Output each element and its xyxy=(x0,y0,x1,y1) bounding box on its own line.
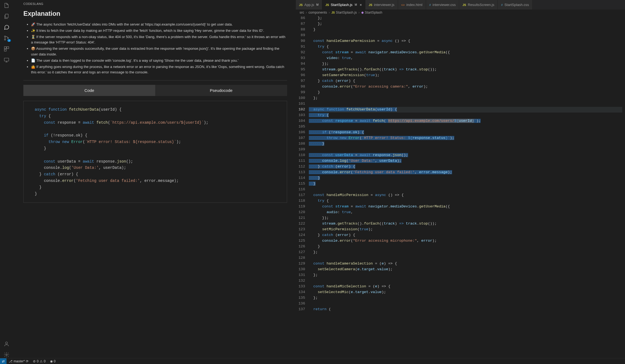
file-type-icon: JS xyxy=(325,3,329,7)
code-line[interactable]: ····} catch (error) { xyxy=(309,164,622,170)
code-line[interactable]: stream.getTracks().forEach((track) => tr… xyxy=(309,67,622,73)
breadcrumb-item[interactable]: components xyxy=(309,11,327,14)
code-line[interactable]: const stream = await navigator.mediaDevi… xyxy=(309,204,622,210)
branch-status[interactable]: ⎇ master* ⟳ xyxy=(7,358,31,364)
sync-icon[interactable]: ⟳ xyxy=(26,359,29,363)
editor-tab[interactable]: #StartSplash.css xyxy=(498,0,532,10)
code-line[interactable]: setSelectedMic(e.target.value); xyxy=(309,290,622,295)
code-line[interactable]: try { xyxy=(309,198,622,204)
code-line[interactable]: ······} xyxy=(309,141,622,147)
file-type-icon: JS xyxy=(462,3,466,7)
code-line[interactable]: } catch (error) { xyxy=(309,78,622,84)
code-line[interactable]: console.error("Error accessing microphon… xyxy=(309,238,622,244)
code-line[interactable]: }; xyxy=(309,95,622,101)
code-line[interactable] xyxy=(309,147,622,153)
account-icon[interactable] xyxy=(3,341,10,347)
explanation-item: ⏳ If the server responds with a non-okay… xyxy=(31,34,287,46)
tab-label: StartSplash.css xyxy=(504,3,529,7)
code-line[interactable]: audio: true, xyxy=(309,210,622,215)
code-line[interactable]: }); xyxy=(309,215,622,221)
ports-status[interactable]: ◉0 xyxy=(48,358,58,364)
code-line[interactable]: const handleCameraPermission = async () … xyxy=(309,38,622,44)
code-box: async function fetchUserData(userId) { t… xyxy=(23,101,287,203)
svg-rect-4 xyxy=(4,47,6,49)
symbol-icon: ⬢ xyxy=(361,11,364,14)
close-icon[interactable]: × xyxy=(360,3,362,7)
code-line[interactable] xyxy=(309,301,622,307)
chat-icon[interactable] xyxy=(3,24,10,30)
tabs-row: JSApp.jsMJSStartSplash.jsM×JSinterviewer… xyxy=(296,0,625,10)
code-line[interactable]: ··} xyxy=(309,181,622,187)
code-line[interactable]: ······console.log('User Data:', userData… xyxy=(309,158,622,164)
code-line[interactable]: console.error("Error accessing camera:",… xyxy=(309,84,622,90)
code-line[interactable]: const handleCameraSelection = (e) => { xyxy=(309,261,622,267)
remote-indicator[interactable]: ⇄ xyxy=(0,358,7,364)
line-gutter: 8687888990919293949596979899100101102103… xyxy=(296,15,309,358)
code-line[interactable]: setSelectedCamera(e.target.value); xyxy=(309,267,622,272)
code-line[interactable]: }; xyxy=(309,250,622,255)
explorer-duplicate-icon[interactable] xyxy=(3,13,10,20)
code-line[interactable]: return ( xyxy=(309,307,622,312)
modified-indicator: M xyxy=(316,3,319,6)
code-line[interactable]: ······if (!response.ok) { xyxy=(309,130,622,135)
breadcrumb-item[interactable]: StartSplash.js xyxy=(336,11,357,14)
editor-tab[interactable]: JSStartSplash.jsM× xyxy=(322,0,365,10)
svg-rect-5 xyxy=(7,47,9,49)
code-line[interactable]: video: true, xyxy=(309,55,622,61)
code-line[interactable]: }; xyxy=(309,15,622,21)
code-line[interactable] xyxy=(309,187,622,192)
code-line[interactable] xyxy=(309,124,622,130)
editor-panel: JSApp.jsMJSStartSplash.jsM×JSinterviewer… xyxy=(296,0,625,358)
code-line[interactable]: async function fetchUserData(userId) { xyxy=(309,107,622,113)
code-line[interactable]: } xyxy=(309,27,622,33)
code-line[interactable]: ····try { xyxy=(309,113,622,118)
code-line[interactable]: ········throw new Error(`HTTP error! Sta… xyxy=(309,135,622,141)
code-line[interactable]: } xyxy=(309,244,622,250)
code-line[interactable]: }; xyxy=(309,272,622,278)
code-line[interactable] xyxy=(309,101,622,107)
code-line[interactable] xyxy=(309,33,622,38)
editor-tab[interactable]: #interviewer.css xyxy=(426,0,459,10)
code-line[interactable] xyxy=(309,255,622,261)
file-type-icon: JS xyxy=(299,3,303,7)
toggle-code[interactable]: Code xyxy=(23,85,155,96)
code-line[interactable]: }; xyxy=(309,21,622,27)
extensions-icon[interactable] xyxy=(3,46,10,52)
code-line[interactable]: }; xyxy=(309,295,622,301)
code-line[interactable]: setCameraPermission(true); xyxy=(309,73,622,78)
editor-tab[interactable]: JSinterviewer.js xyxy=(365,0,398,10)
code-line[interactable]: ······const response = await fetch(`http… xyxy=(309,118,622,124)
code-line[interactable]: const stream = await navigator.mediaDevi… xyxy=(309,50,622,55)
code-line[interactable] xyxy=(309,278,622,284)
code-line[interactable]: ····} xyxy=(309,175,622,181)
code-line[interactable]: } catch (error) { xyxy=(309,232,622,238)
remote-window-icon[interactable] xyxy=(3,57,10,63)
code-line[interactable]: const handleMicSelection = (e) => { xyxy=(309,284,622,290)
code-line[interactable]: const handleMicPermission = async () => … xyxy=(309,192,622,198)
code-line[interactable]: ······console.error('Fetching user data … xyxy=(309,170,622,175)
breadcrumb-item[interactable]: src xyxy=(300,11,304,14)
files-icon[interactable] xyxy=(3,2,10,9)
error-count: 0 xyxy=(37,359,39,363)
editor-tab[interactable]: JSApp.jsM xyxy=(296,0,322,10)
explanation-heading: Explanation xyxy=(23,10,287,17)
code-editor[interactable]: 8687888990919293949596979899100101102103… xyxy=(296,15,625,358)
source-control-icon[interactable]: 2 xyxy=(3,35,10,41)
code-line[interactable]: stream.getTracks().forEach((track) => tr… xyxy=(309,221,622,227)
code-line[interactable]: }); xyxy=(309,61,622,67)
code-line[interactable]: ······const userData = await response.js… xyxy=(309,153,622,158)
code-line[interactable]: try { xyxy=(309,44,622,50)
editor-tab[interactable]: <>index.html xyxy=(398,0,426,10)
js-icon: JS xyxy=(331,11,335,14)
code-lines[interactable]: }; }; } const handleCameraPermission = a… xyxy=(309,15,625,358)
code-line[interactable]: setMicPermission(true); xyxy=(309,227,622,232)
problems-status[interactable]: ⊘0 ⚠0 xyxy=(31,358,48,364)
toggle-pseudocode[interactable]: Pseudocode xyxy=(155,85,287,96)
editor-tab[interactable]: JSResultsScreen.js xyxy=(459,0,498,10)
settings-gear-icon[interactable] xyxy=(3,351,10,358)
breadcrumbs[interactable]: src› components› JS StartSplash.js› ⬢ St… xyxy=(296,10,625,15)
code-line[interactable]: } xyxy=(309,90,622,95)
source-control-badge: 2 xyxy=(7,39,11,42)
svg-rect-7 xyxy=(4,58,9,61)
breadcrumb-item[interactable]: StartSplash xyxy=(365,11,383,14)
